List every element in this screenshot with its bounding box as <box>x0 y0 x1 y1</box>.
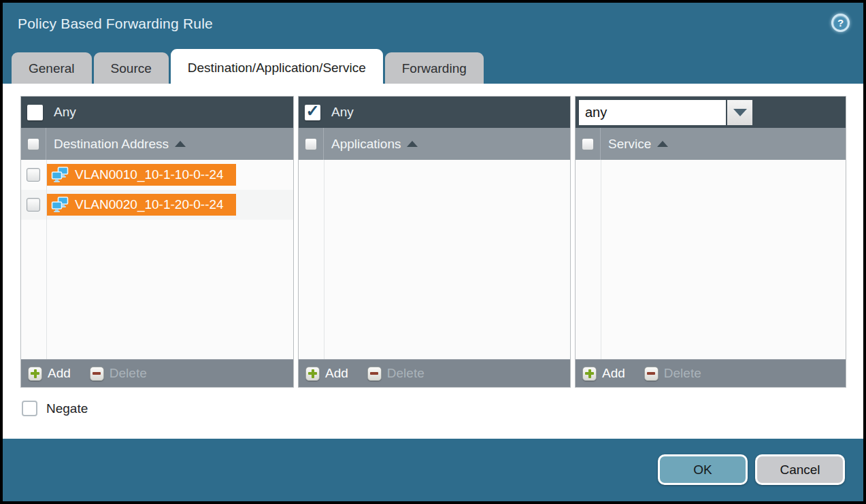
applications-footer-bar: Add Delete <box>299 359 570 387</box>
row-checkbox[interactable] <box>27 198 40 212</box>
add-button-label: Add <box>48 366 71 381</box>
chevron-down-icon <box>733 109 747 116</box>
add-plus-icon <box>305 367 320 381</box>
applications-list <box>299 160 570 359</box>
tab-bar: General Source Destination/Application/S… <box>12 50 484 84</box>
applications-any-checkbox[interactable]: ✓ <box>305 105 320 120</box>
tab-content-panel: Any Destination Address <box>3 84 863 439</box>
header-checkbox-cell <box>299 128 324 160</box>
columns-container: Any Destination Address <box>20 96 863 388</box>
delete-button-label: Delete <box>110 366 147 381</box>
list-item: VLAN0010_10-1-10-0--24 <box>21 160 293 190</box>
question-mark-glyph: ? <box>837 17 844 29</box>
sort-ascending-icon <box>657 141 668 147</box>
negate-checkbox[interactable] <box>22 401 37 416</box>
negate-row: Negate <box>22 401 863 416</box>
delete-button-label: Delete <box>387 366 424 381</box>
dialog-buttons: OK Cancel <box>658 454 845 485</box>
address-object-label: VLAN0020_10-1-20-0--24 <box>75 197 224 212</box>
applications-select-all-checkbox[interactable] <box>305 138 317 150</box>
service-header-label: Service <box>608 137 651 152</box>
service-footer-bar: Add Delete <box>576 359 846 387</box>
service-header[interactable]: Service <box>576 128 846 160</box>
service-select-all-checkbox[interactable] <box>582 138 594 150</box>
service-add-button[interactable]: Add <box>582 366 625 381</box>
header-checkbox-cell <box>576 128 601 160</box>
delete-minus-icon <box>90 367 104 381</box>
add-button-label: Add <box>325 366 348 381</box>
destination-address-list: VLAN0010_10-1-10-0--24 <box>21 160 293 359</box>
tab-forwarding[interactable]: Forwarding <box>385 52 484 84</box>
destination-add-button[interactable]: Add <box>28 366 71 381</box>
destination-any-label: Any <box>54 105 76 120</box>
list-item: VLAN0020_10-1-20-0--24 <box>21 190 293 220</box>
help-icon[interactable]: ? <box>831 14 850 32</box>
check-icon: ✓ <box>305 103 319 119</box>
ok-button[interactable]: OK <box>658 454 748 485</box>
applications-any-bar: ✓ Any <box>299 97 570 128</box>
address-group-icon <box>51 197 69 214</box>
destination-footer-bar: Add Delete <box>21 359 293 387</box>
tab-source[interactable]: Source <box>94 52 169 84</box>
destination-address-header-label: Destination Address <box>54 137 169 152</box>
title-bar: Policy Based Forwarding Rule ? <box>3 3 863 47</box>
applications-column: ✓ Any Applications Add <box>298 96 571 388</box>
add-plus-icon <box>28 367 42 381</box>
delete-minus-icon <box>367 367 382 381</box>
destination-any-bar: Any <box>21 97 293 128</box>
header-checkbox-cell <box>21 128 46 160</box>
address-group-icon <box>51 167 69 184</box>
sort-ascending-icon <box>175 141 186 147</box>
delete-minus-icon <box>644 367 659 381</box>
address-object-label: VLAN0010_10-1-10-0--24 <box>75 167 224 182</box>
applications-any-label: Any <box>331 105 354 120</box>
tab-destination-application-service[interactable]: Destination/Application/Service <box>171 49 383 84</box>
add-button-label: Add <box>602 366 625 381</box>
applications-header-label: Applications <box>331 137 401 152</box>
tab-general[interactable]: General <box>12 52 92 84</box>
applications-add-button[interactable]: Add <box>305 366 348 381</box>
destination-delete-button[interactable]: Delete <box>90 366 147 381</box>
service-dropdown-button[interactable] <box>727 100 752 125</box>
destination-address-column: Any Destination Address <box>20 96 294 388</box>
address-object-vlan0020[interactable]: VLAN0020_10-1-20-0--24 <box>47 194 236 216</box>
row-checkbox[interactable] <box>27 168 40 182</box>
applications-header[interactable]: Applications <box>299 128 570 160</box>
dialog-footer: OK Cancel <box>3 436 863 501</box>
dialog-title: Policy Based Forwarding Rule <box>18 16 213 32</box>
service-delete-button[interactable]: Delete <box>644 366 701 381</box>
add-plus-icon <box>582 367 597 381</box>
policy-based-forwarding-dialog: Policy Based Forwarding Rule ? General S… <box>3 3 863 501</box>
applications-delete-button[interactable]: Delete <box>367 366 424 381</box>
service-dropdown-bar <box>576 97 846 128</box>
service-column: Service Add Delete <box>575 96 846 388</box>
service-dropdown-input[interactable] <box>579 100 726 125</box>
sort-ascending-icon <box>407 141 418 147</box>
address-object-vlan0010[interactable]: VLAN0010_10-1-10-0--24 <box>47 164 236 186</box>
destination-address-header[interactable]: Destination Address <box>21 128 293 160</box>
destination-any-checkbox[interactable] <box>27 105 43 120</box>
destination-select-all-checkbox[interactable] <box>27 138 39 150</box>
delete-button-label: Delete <box>664 366 701 381</box>
negate-label: Negate <box>46 401 88 416</box>
cancel-button[interactable]: Cancel <box>755 454 845 485</box>
service-list <box>576 160 846 359</box>
